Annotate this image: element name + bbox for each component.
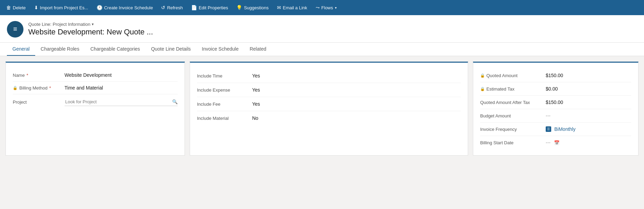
chevron-down-icon: ▾ xyxy=(335,6,337,10)
search-icon[interactable]: 🔍 xyxy=(172,99,178,104)
tab-chargeable-categories[interactable]: Chargeable Categories xyxy=(85,43,146,56)
include-expense-value: Yes xyxy=(252,87,260,93)
tab-invoice-schedule[interactable]: Invoice Schedule xyxy=(196,43,244,56)
refresh-button[interactable]: ↺ Refresh xyxy=(158,3,186,12)
estimated-tax-label: 🔒 Estimated Tax xyxy=(480,86,542,92)
invoice-freq-icon: ☰ xyxy=(546,126,551,132)
left-card: Name * Website Development 🔒 Billing Met… xyxy=(6,62,185,156)
include-material-value: No xyxy=(252,115,258,121)
include-expense-row: Include Expense Yes xyxy=(197,83,461,97)
chevron-down-icon: ▾ xyxy=(92,22,94,27)
clock-icon: 🕐 xyxy=(97,5,102,10)
project-input-wrapper: 🔍 xyxy=(65,98,178,106)
import-icon: ⬇ xyxy=(34,5,38,10)
include-time-value: Yes xyxy=(252,73,260,79)
quoted-amount-after-tax-row: Quoted Amount After Tax $150.00 xyxy=(480,96,631,109)
billing-method-label: 🔒 Billing Method * xyxy=(13,85,61,91)
email-link-button[interactable]: ✉ Email a Link xyxy=(274,3,311,12)
include-fee-value: Yes xyxy=(252,101,260,107)
required-indicator: * xyxy=(27,73,28,78)
tabs-bar: General Chargeable Roles Chargeable Cate… xyxy=(0,43,644,56)
header-info: Quote Line: Project Information ▾ Websit… xyxy=(28,22,153,36)
include-material-row: Include Material No xyxy=(197,111,461,125)
tab-chargeable-roles[interactable]: Chargeable Roles xyxy=(35,43,85,56)
project-search-input[interactable] xyxy=(65,98,172,106)
suggestions-icon: 💡 xyxy=(236,5,242,10)
lock-icon: 🔒 xyxy=(480,73,485,78)
name-label: Name * xyxy=(13,73,61,78)
delete-button[interactable]: 🗑 Delete xyxy=(3,3,29,12)
flows-icon: ⤳ xyxy=(316,5,320,10)
budget-amount-label: Budget Amount xyxy=(480,113,542,118)
billing-method-field-row: 🔒 Billing Method * Time and Material xyxy=(13,82,178,94)
quoted-amount-value: $150.00 xyxy=(546,73,631,78)
invoice-frequency-label: Invoice Frequency xyxy=(480,127,542,132)
tab-related[interactable]: Related xyxy=(244,43,272,56)
edit-icon: 📄 xyxy=(191,5,197,10)
include-time-row: Include Time Yes xyxy=(197,69,461,83)
budget-amount-row: Budget Amount --- xyxy=(480,109,631,123)
lock-icon: 🔒 xyxy=(13,86,18,90)
avatar: ≡ xyxy=(7,21,23,38)
include-fee-label: Include Fee xyxy=(197,102,252,107)
calendar-icon[interactable]: 📅 xyxy=(554,140,559,145)
import-button[interactable]: ⬇ Import from Project Es... xyxy=(31,3,92,12)
billing-start-date-value: --- 📅 xyxy=(546,140,631,145)
refresh-icon: ↺ xyxy=(161,5,165,10)
project-field-row: Project 🔍 xyxy=(13,94,178,109)
invoice-frequency-row: Invoice Frequency ☰ BiMonthly xyxy=(480,123,631,136)
budget-amount-value: --- xyxy=(546,113,631,118)
name-field-row: Name * Website Development xyxy=(13,69,178,82)
lock-icon: 🔒 xyxy=(480,87,485,91)
tab-quote-line-details[interactable]: Quote Line Details xyxy=(146,43,196,56)
main-content: Name * Website Development 🔒 Billing Met… xyxy=(0,56,644,161)
tab-general[interactable]: General xyxy=(7,43,35,56)
header: ≡ Quote Line: Project Information ▾ Webs… xyxy=(0,15,644,43)
project-label: Project xyxy=(13,100,61,105)
email-icon: ✉ xyxy=(277,5,281,10)
name-value: Website Development xyxy=(65,72,178,78)
quoted-amount-label: 🔒 Quoted Amount xyxy=(480,73,542,78)
delete-icon: 🗑 xyxy=(6,5,11,10)
create-invoice-button[interactable]: 🕐 Create Invoice Schedule xyxy=(93,3,157,12)
billing-start-date-label: Billing Start Date xyxy=(480,140,542,145)
quoted-amount-after-tax-value: $150.00 xyxy=(546,100,631,105)
billing-start-date-row: Billing Start Date --- 📅 xyxy=(480,136,631,149)
quoted-amount-row: 🔒 Quoted Amount $150.00 xyxy=(480,69,631,82)
include-time-label: Include Time xyxy=(197,73,252,79)
estimated-tax-row: 🔒 Estimated Tax $0.00 xyxy=(480,82,631,96)
estimated-tax-value: $0.00 xyxy=(546,86,631,92)
required-indicator: * xyxy=(49,85,51,91)
middle-card: Include Time Yes Include Expense Yes Inc… xyxy=(190,62,468,156)
quoted-amount-after-tax-label: Quoted Amount After Tax xyxy=(480,100,542,105)
avatar-icon: ≡ xyxy=(13,25,17,33)
include-fee-row: Include Fee Yes xyxy=(197,97,461,111)
right-card: 🔒 Quoted Amount $150.00 🔒 Estimated Tax … xyxy=(473,62,638,156)
invoice-frequency-value[interactable]: ☰ BiMonthly xyxy=(546,126,631,132)
breadcrumb[interactable]: Quote Line: Project Information ▾ xyxy=(28,22,153,27)
include-material-label: Include Material xyxy=(197,116,252,121)
billing-method-value: Time and Material xyxy=(65,85,178,91)
flows-button[interactable]: ⤳ Flows ▾ xyxy=(312,3,340,12)
include-expense-label: Include Expense xyxy=(197,87,252,93)
edit-properties-button[interactable]: 📄 Edit Properties xyxy=(188,3,231,12)
suggestions-button[interactable]: 💡 Suggestions xyxy=(233,3,272,12)
page-title: Website Development: New Quote ... xyxy=(28,28,153,36)
toolbar: 🗑 Delete ⬇ Import from Project Es... 🕐 C… xyxy=(0,0,644,15)
